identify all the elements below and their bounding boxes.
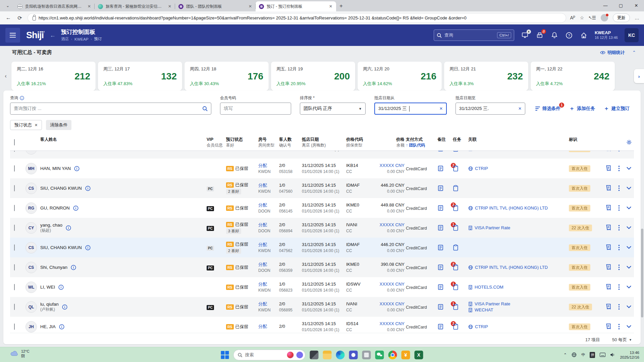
info-icon[interactable] [62,304,67,310]
hamburger-menu-button[interactable] [5,28,20,43]
info-icon[interactable] [74,166,79,171]
notes-button[interactable]: 2 [437,165,453,172]
help-icon[interactable]: ? [565,31,573,39]
table-row[interactable]: CS Shi, Chunyan PC RS 已保留 分配 DOON 2/0 05… [10,257,634,277]
ime-pinyin-indicator[interactable]: 拼 [590,352,595,358]
room-assign-link[interactable]: 分配 [258,182,279,188]
window-maximize-button[interactable]: ▢ [613,0,629,11]
user-avatar[interactable]: KC [625,28,639,42]
column-settings-gear-icon[interactable] [626,139,632,145]
info-icon[interactable] [58,285,64,290]
new-tab-button[interactable]: + [339,3,343,9]
global-search-input[interactable]: 查询 Ctrl+/ [434,29,514,41]
window-close-button[interactable]: ✕ [629,0,644,11]
notes-button[interactable] [437,151,453,152]
tasks-button[interactable] [453,304,468,310]
table-row[interactable]: DOON 055278 01/01/2026 14:00 (1) NON 0.0… [10,151,634,159]
remove-chip-icon[interactable]: ✕ [35,123,38,127]
folio-icon[interactable] [605,284,611,290]
expand-chevron-icon[interactable] [627,226,631,229]
tab-close-icon[interactable]: ✕ [328,4,333,9]
room-assign-link[interactable]: 分配 [258,281,279,287]
availability-card[interactable]: 周六, 12月 20 入住率 14.62% 216 [358,62,442,90]
table-row[interactable]: WL LI, WEI RS 已保留 分配 KWDN 1/0 056823 31/… [10,277,634,297]
expand-chevron-icon[interactable] [627,266,631,269]
collapse-summary-chevron-icon[interactable]: ⌃ [632,50,636,55]
kebab-menu-icon[interactable] [618,205,620,211]
related-company-link[interactable]: HOTELS.COM [468,285,569,290]
browser-tab[interactable]: 团队 - 团队控制面板 ✕ [175,1,256,11]
start-button[interactable] [221,351,229,359]
page-scrollbar[interactable] [641,229,643,317]
room-assign-link[interactable]: 分配 [258,242,279,247]
query-input[interactable]: 查询预订按 ... [10,103,211,115]
table-row[interactable]: QL lu, qiufan (卢秋帆) PC RS 已保留 分配 KWDN 2/… [10,297,634,317]
folio-icon[interactable] [605,304,611,310]
notes-button[interactable]: 2 [437,323,453,330]
property-info[interactable]: KWEAP 16 12月 13:46 [595,30,618,40]
table-row[interactable]: RG GU, RONRON PC RS 已保留 分配 DOON 2/0 0561… [10,198,634,218]
browser-profile-avatar[interactable] [601,14,608,21]
chrome-app-icon[interactable] [388,351,397,359]
refresh-icon[interactable]: ⟳ [16,15,23,21]
ime-language-indicator[interactable]: 中 [581,352,585,357]
home-icon[interactable] [580,31,588,39]
related-company-link[interactable]: VISA Partner Rate [468,225,569,230]
table-row[interactable]: CY yang, chao (杨超) PC RS 已保留 3 喜好 分配 DOO… [10,218,634,238]
row-checkbox[interactable] [14,244,15,251]
status-filter-chip[interactable]: 预订状态 ✕ [10,120,42,130]
availability-card[interactable]: 周五, 12月 19 入住率 20.95% 200 [271,62,355,90]
tasks-button[interactable] [453,151,468,152]
kebab-menu-icon[interactable] [618,284,620,290]
availability-card[interactable]: 周一, 12月 22 入住率 4.72% 242 [531,62,615,90]
volume-icon[interactable] [610,353,615,357]
room-assign-link[interactable]: 分配 [258,163,279,168]
row-checkbox[interactable] [14,284,15,290]
kebab-menu-icon[interactable] [618,304,620,310]
url-field[interactable]: https://cn1.web.ep.shiji.world/individua… [28,13,566,23]
notes-button[interactable]: 1 [437,304,453,310]
table-row[interactable]: CS SIU, CHANG KWUN PC RS 已保留 2 喜好 分配 KWD… [10,178,634,198]
folio-icon[interactable] [605,225,611,231]
collections-icon[interactable]: ⭦☰ [589,15,596,21]
expand-chevron-icon[interactable] [627,206,631,209]
create-reservation-button[interactable]: ＋ 建立预订 [604,105,630,112]
folio-icon[interactable] [605,151,611,152]
kebab-menu-icon[interactable] [618,264,620,270]
filter-conditions-button[interactable]: 筛选条件 1 [535,106,560,112]
expand-chevron-icon[interactable] [627,187,631,190]
row-checkbox[interactable] [14,225,15,231]
expand-chevron-icon[interactable] [627,305,631,308]
expand-chevron-icon[interactable] [627,286,631,289]
page-size-select[interactable]: 50 每页 ▼ [612,337,632,343]
room-assign-link[interactable]: 分配 [258,202,279,208]
tasks-button[interactable] [453,165,468,172]
group-code-sort-link[interactable]: ↑ 团队代码 [406,142,437,148]
table-row[interactable]: JH HE, JIA RS 已保留 分配 2/0 31/12/2025 14:1… [10,317,634,333]
taskview-app-icon[interactable] [310,351,319,359]
row-checkbox[interactable] [14,165,15,172]
window-minimize-button[interactable]: — [598,0,613,11]
expand-chevron-icon[interactable] [627,246,631,249]
teams-app-icon[interactable] [349,351,358,359]
availability-card[interactable]: 周日, 12月 21 入住率 8.3% 232 [444,62,528,90]
breadcrumb-home[interactable]: 酒店 [61,37,69,42]
row-checkbox[interactable] [14,304,15,310]
tasks-button[interactable] [453,323,468,330]
favorite-star-icon[interactable]: ☆ [580,15,584,20]
related-company-link[interactable]: CTRIP INTL TVL (HONG KONG) LTD [468,205,569,210]
wechat-app-icon[interactable] [375,351,384,359]
table-row[interactable]: MH HAN, MIN YAN RS 已保留 分配 KWDN 2/0 05315… [10,159,634,178]
info-icon[interactable] [59,324,64,329]
sort-by-select[interactable]: 团队代码 正序 ▼ [300,103,366,115]
notes-button[interactable]: 1 [437,284,453,290]
info-icon[interactable] [71,265,76,270]
row-checkbox[interactable] [14,151,15,152]
tasks-button[interactable] [453,185,468,191]
folio-icon[interactable] [605,323,611,330]
tasks-button[interactable] [453,244,468,251]
tasks-button[interactable] [453,225,468,231]
carousel-prev-icon[interactable]: ‹ [0,73,11,79]
add-task-button[interactable]: ＋ 添加任务 [569,105,595,112]
info-icon[interactable] [85,186,91,191]
